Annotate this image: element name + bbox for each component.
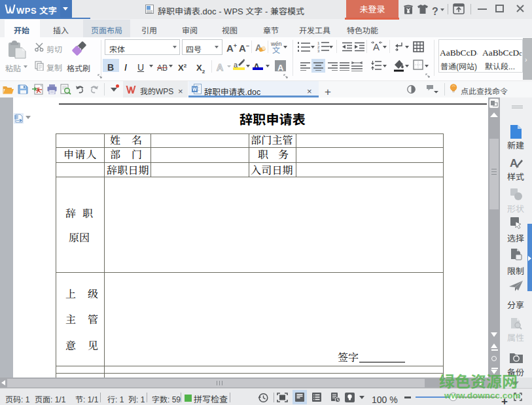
svg-text:1: 1	[317, 41, 320, 45]
svg-text:3: 3	[317, 49, 320, 52]
